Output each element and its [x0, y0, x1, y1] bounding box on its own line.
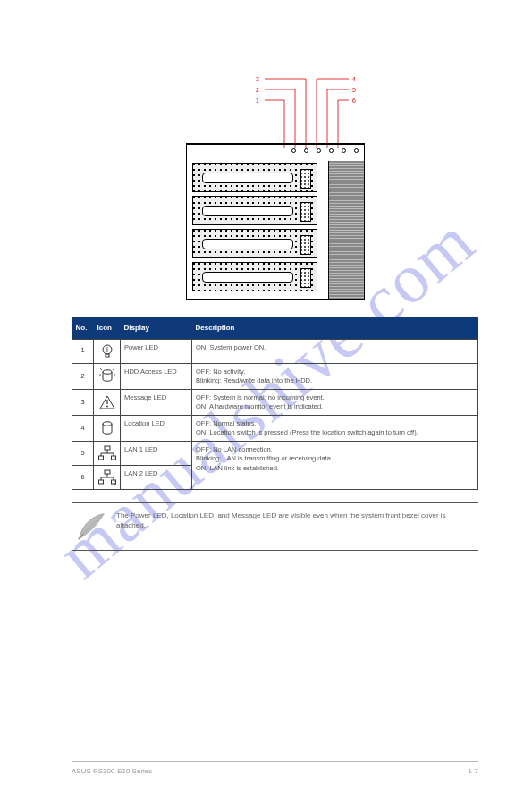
svg-text:3: 3 — [256, 76, 259, 82]
cell-display: LAN 1 LED — [121, 442, 192, 466]
table-row: 3 Message LED OFF: System is normal; no … — [72, 389, 478, 415]
cell-no: 4 — [72, 416, 94, 442]
col-icon: Icon — [94, 317, 121, 339]
front-panel-diagram: 1 2 3 4 5 6 — [186, 54, 365, 304]
front-led-6 — [354, 148, 359, 153]
front-led-4 — [329, 148, 334, 153]
svg-rect-30 — [98, 456, 103, 460]
warning-icon — [94, 389, 121, 415]
cell-display: LAN 2 LED — [121, 466, 192, 490]
svg-rect-33 — [105, 470, 110, 474]
cell-display: Location LED — [121, 416, 192, 442]
footer-right: 1-7 — [468, 767, 478, 775]
power-led-icon — [94, 339, 121, 363]
front-led-3 — [317, 148, 321, 153]
note-text: The Power LED, Location LED, and Message… — [116, 511, 475, 530]
drive-bay — [192, 196, 317, 225]
col-desc: Description — [192, 317, 478, 339]
front-led-5 — [342, 148, 346, 153]
front-led-2 — [304, 148, 308, 153]
cell-display: HDD Access LED — [121, 363, 192, 389]
table-header-row: No. Icon Display Description — [72, 317, 478, 339]
cell-no: 6 — [72, 466, 94, 490]
note-feather-icon — [75, 511, 107, 543]
lan1-icon: 1 — [94, 442, 121, 466]
svg-text:2: 2 — [114, 480, 116, 485]
svg-text:1: 1 — [256, 97, 259, 104]
col-no: No. — [72, 317, 94, 339]
table-row: 4 Location LED OFF: Normal status. ON: L… — [72, 416, 478, 442]
cell-desc: OFF: Normal status. ON: Location switch … — [192, 416, 478, 442]
location-led-icon — [94, 416, 121, 442]
cell-no: 1 — [72, 339, 94, 363]
svg-rect-19 — [106, 354, 109, 357]
drive-bay-stack — [192, 163, 317, 295]
server-front-panel — [186, 143, 365, 300]
note-box: The Power LED, Location LED, and Message… — [72, 502, 478, 551]
table-row: 1 Power LED ON: System power ON. — [72, 339, 478, 363]
col-display: Display — [121, 317, 192, 339]
table-row: 5 1 LAN 1 LED OFF: No LAN connection. Bl… — [72, 442, 478, 466]
svg-text:1: 1 — [114, 456, 116, 461]
drive-bay — [192, 163, 317, 192]
hdd-access-led-icon — [94, 363, 121, 389]
lan2-icon: 2 — [94, 466, 121, 490]
svg-point-23 — [106, 405, 108, 407]
svg-text:2: 2 — [256, 87, 259, 93]
front-led-1 — [291, 148, 296, 153]
table-row: 2 HDD Access LED OFF: No activity. Blink… — [72, 363, 478, 389]
drive-bay — [192, 262, 317, 291]
cell-desc: ON: System power ON. — [192, 339, 478, 363]
svg-text:6: 6 — [352, 97, 356, 104]
cell-display: Message LED — [121, 389, 192, 415]
svg-rect-25 — [105, 446, 110, 450]
chassis-grill — [328, 161, 364, 299]
led-indicator-table: No. Icon Display Description 1 Power LED… — [72, 317, 478, 490]
cell-desc: OFF: No activity. Blinking: Read/write d… — [192, 363, 478, 389]
drive-bay — [192, 229, 317, 258]
cell-no: 5 — [72, 442, 94, 466]
svg-point-24 — [103, 422, 112, 426]
footer-left: ASUS RS300-E10 Series — [72, 767, 152, 775]
svg-text:5: 5 — [352, 87, 356, 93]
svg-text:4: 4 — [352, 76, 356, 82]
cell-desc: OFF: System is normal; no incoming event… — [192, 389, 478, 415]
led-indicator-row — [291, 148, 359, 153]
page-footer: ASUS RS300-E10 Series 1-7 — [72, 761, 478, 775]
svg-point-21 — [103, 369, 112, 373]
cell-no: 2 — [72, 363, 94, 389]
svg-rect-38 — [98, 480, 103, 484]
cell-display: Power LED — [121, 339, 192, 363]
cell-desc: OFF: No LAN connection. Blinking: LAN is… — [192, 442, 478, 490]
manual-page: 1 2 3 4 5 6 — [0, 0, 532, 802]
cell-no: 3 — [72, 389, 94, 415]
